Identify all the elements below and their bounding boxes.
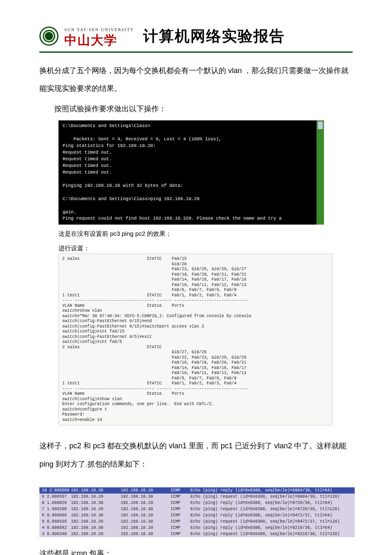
terminal-caption-a: 这是在没有设置前 pc3 ping pc2 的效果； bbox=[58, 228, 353, 239]
packet-row[interactable]: 8 2.888537192.168.10.20192.168.10.30ICMP… bbox=[39, 494, 355, 500]
packet-row[interactable]: 7 1.888280192.168.10.20192.168.10.30ICMP… bbox=[39, 506, 355, 512]
cmd-terminal-screenshot: C:\Documents and Settings\Class> Packets… bbox=[58, 120, 324, 225]
terminal-caption-b: 进行设置： bbox=[58, 242, 353, 254]
packet-row[interactable]: 9 1.889029192.168.10.30192.168.10.20ICMP… bbox=[39, 500, 355, 506]
packet-row[interactable]: 6 0.888688192.168.10.30192.168.10.20ICMP… bbox=[39, 512, 355, 518]
report-title: 计算机网络实验报告 bbox=[143, 23, 285, 50]
packet-row[interactable]: 3 0.000340192.168.10.20192.168.10.30ICMP… bbox=[39, 531, 355, 537]
university-name-en: SUN YAT-SEN UNIVERSITY bbox=[64, 26, 134, 34]
paragraph-intro: 换机分成了五个网络，因为每个交换机都会有一个默认的 vlan ，那么我们只需要做… bbox=[39, 62, 353, 98]
wireshark-capture-screenshot: 10 2.888569192.168.10.30192.168.10.20ICM… bbox=[39, 487, 355, 537]
university-logo bbox=[39, 27, 58, 46]
switch-cli-screenshot: 2 sales STATIC Fa0/15 Gi0/28 Fa0/23, Gi0… bbox=[58, 254, 332, 425]
packet-row[interactable]: 10 2.888569192.168.10.30192.168.10.20ICM… bbox=[39, 487, 355, 494]
paragraph-steps: 按照试验操作要求做出以下操作： bbox=[39, 100, 353, 118]
report-header: SUN YAT-SEN UNIVERSITY 中山大学 计算机网络实验报告 bbox=[39, 23, 353, 53]
packet-row[interactable]: 5 0.888535192.168.10.20192.168.10.30ICMP… bbox=[39, 518, 355, 525]
university-name-block: SUN YAT-SEN UNIVERSITY 中山大学 bbox=[64, 26, 134, 46]
university-name-cn: 中山大学 bbox=[64, 34, 134, 46]
paragraph-icmp: 这些都是 icmp 包裹； bbox=[39, 545, 353, 555]
packet-row[interactable]: 4 0.000582192.168.10.30192.168.10.20ICMP… bbox=[39, 525, 355, 531]
paragraph-result: 这样子，pc2 和 pc3 都在交换机默认的 vlan1 里面，而 pc1 已近… bbox=[39, 437, 353, 473]
